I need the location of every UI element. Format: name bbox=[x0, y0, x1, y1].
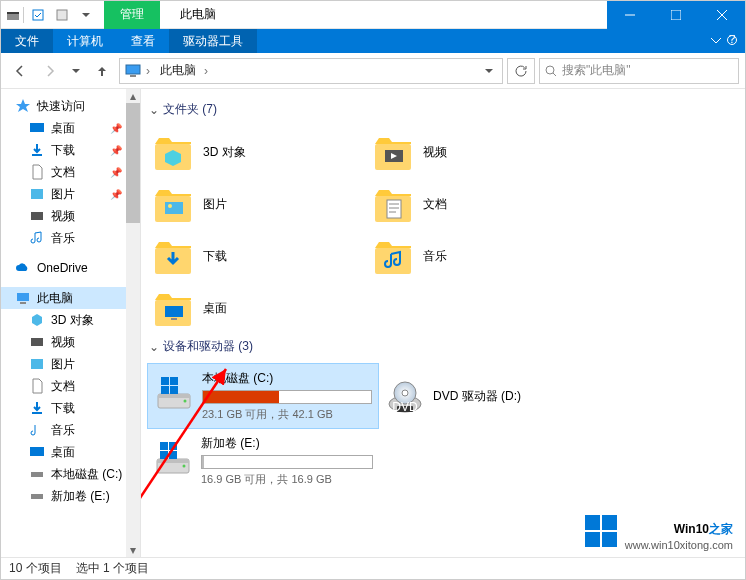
sidebar-quick-access[interactable]: 快速访问 bbox=[1, 95, 140, 117]
navigation-pane: 快速访问 桌面📌 下载📌 文档📌 图片📌 视频 音乐 OneDrive 此电脑 … bbox=[1, 89, 141, 557]
file-tab[interactable]: 文件 bbox=[1, 29, 53, 53]
drive-item[interactable]: DVDDVD 驱动器 (D:) bbox=[379, 363, 611, 429]
sidebar-item-music[interactable]: 音乐 bbox=[1, 419, 140, 441]
folder-item[interactable]: 文档 bbox=[367, 178, 587, 230]
sidebar-item-drive-e[interactable]: 新加卷 (E:) bbox=[1, 485, 140, 507]
back-button[interactable] bbox=[7, 58, 33, 84]
sidebar-item-label: 视频 bbox=[51, 208, 75, 225]
cloud-icon bbox=[15, 260, 31, 276]
drive-item[interactable]: 本地磁盘 (C:)23.1 GB 可用，共 42.1 GB bbox=[147, 363, 379, 429]
pin-icon: 📌 bbox=[110, 145, 122, 156]
folder-label: 视频 bbox=[423, 144, 447, 161]
svg-rect-31 bbox=[165, 306, 183, 317]
sidebar-item-pictures[interactable]: 图片📌 bbox=[1, 183, 140, 205]
desktop-icon bbox=[29, 444, 45, 460]
svg-rect-24 bbox=[165, 202, 183, 214]
sidebar-item-music[interactable]: 音乐 bbox=[1, 227, 140, 249]
chevron-right-icon[interactable]: › bbox=[146, 64, 150, 78]
qa-checkbox-icon[interactable] bbox=[26, 3, 50, 27]
folder-label: 桌面 bbox=[203, 300, 227, 317]
sidebar-scrollbar[interactable]: ▴ ▾ bbox=[126, 89, 140, 557]
sidebar-item-label: 下载 bbox=[51, 142, 75, 159]
sidebar-item-label: 音乐 bbox=[51, 422, 75, 439]
sidebar-this-pc[interactable]: 此电脑 bbox=[1, 287, 140, 309]
folder-item[interactable]: 视频 bbox=[367, 126, 587, 178]
svg-rect-7 bbox=[126, 65, 140, 74]
recent-dropdown[interactable] bbox=[67, 58, 85, 84]
svg-point-39 bbox=[184, 400, 187, 403]
svg-rect-12 bbox=[31, 212, 43, 220]
drive-usage-text: 23.1 GB 可用，共 42.1 GB bbox=[202, 407, 372, 422]
tab-view[interactable]: 查看 bbox=[117, 29, 169, 53]
sidebar-item-desktop[interactable]: 桌面 bbox=[1, 441, 140, 463]
svg-rect-46 bbox=[157, 459, 189, 463]
close-button[interactable] bbox=[699, 1, 745, 29]
folder-label: 图片 bbox=[203, 196, 227, 213]
tab-drive-tools[interactable]: 驱动器工具 bbox=[169, 29, 257, 53]
video-icon bbox=[29, 208, 45, 224]
help-icon[interactable]: ? bbox=[727, 34, 737, 48]
sidebar-item-videos[interactable]: 视频 bbox=[1, 205, 140, 227]
video-icon bbox=[29, 334, 45, 350]
ribbon-collapse-icon[interactable] bbox=[711, 34, 721, 48]
sidebar-item-label: 此电脑 bbox=[37, 290, 73, 307]
sidebar-item-downloads[interactable]: 下载 bbox=[1, 397, 140, 419]
address-bar[interactable]: › 此电脑 › bbox=[119, 58, 503, 84]
sidebar-item-documents[interactable]: 文档📌 bbox=[1, 161, 140, 183]
maximize-button[interactable] bbox=[653, 1, 699, 29]
folder-item[interactable]: 图片 bbox=[147, 178, 367, 230]
sidebar-item-pictures[interactable]: 图片 bbox=[1, 353, 140, 375]
qa-dropdown-icon[interactable] bbox=[74, 3, 98, 27]
svg-rect-18 bbox=[31, 472, 43, 477]
svg-rect-14 bbox=[20, 302, 26, 304]
sidebar-item-drive-c[interactable]: 本地磁盘 (C:) bbox=[1, 463, 140, 485]
sidebar-item-label: 视频 bbox=[51, 334, 75, 351]
refresh-button[interactable] bbox=[507, 58, 535, 84]
sidebar-item-label: 图片 bbox=[51, 186, 75, 203]
sidebar-item-3d[interactable]: 3D 对象 bbox=[1, 309, 140, 331]
chevron-down-icon: ⌄ bbox=[149, 103, 159, 117]
svg-point-25 bbox=[168, 204, 172, 208]
contextual-tab-manage[interactable]: 管理 bbox=[104, 1, 160, 29]
pin-icon: 📌 bbox=[110, 167, 122, 178]
drive-label: 新加卷 (E:) bbox=[201, 435, 373, 452]
sidebar-onedrive[interactable]: OneDrive bbox=[1, 257, 140, 279]
address-dropdown[interactable] bbox=[478, 67, 500, 75]
chevron-down-icon: ⌄ bbox=[149, 340, 159, 354]
svg-rect-47 bbox=[160, 451, 168, 459]
folder-item[interactable]: 下载 bbox=[147, 230, 367, 282]
sidebar-item-videos[interactable]: 视频 bbox=[1, 331, 140, 353]
drive-item[interactable]: 新加卷 (E:)16.9 GB 可用，共 16.9 GB bbox=[147, 429, 379, 493]
document-icon bbox=[29, 164, 45, 180]
folder-item[interactable]: 音乐 bbox=[367, 230, 587, 282]
sidebar-item-label: 3D 对象 bbox=[51, 312, 94, 329]
breadcrumb-this-pc[interactable]: 此电脑 bbox=[154, 62, 200, 79]
scrollbar-thumb[interactable] bbox=[126, 103, 140, 223]
tab-computer[interactable]: 计算机 bbox=[53, 29, 117, 53]
folder-item[interactable]: 桌面 bbox=[147, 282, 367, 334]
star-icon bbox=[15, 98, 31, 114]
chevron-right-icon[interactable]: › bbox=[204, 64, 208, 78]
sidebar-item-label: 文档 bbox=[51, 164, 75, 181]
svg-rect-37 bbox=[161, 377, 169, 385]
up-button[interactable] bbox=[89, 58, 115, 84]
sidebar-item-label: 快速访问 bbox=[37, 98, 85, 115]
sidebar-item-desktop[interactable]: 桌面📌 bbox=[1, 117, 140, 139]
search-input[interactable]: 搜索"此电脑" bbox=[539, 58, 739, 84]
group-header-folders[interactable]: ⌄ 文件夹 (7) bbox=[149, 101, 739, 118]
scroll-up-icon[interactable]: ▴ bbox=[126, 89, 140, 103]
drive-usage-bar bbox=[201, 455, 373, 469]
scroll-down-icon[interactable]: ▾ bbox=[126, 543, 140, 557]
drive-icon bbox=[29, 466, 45, 482]
sidebar-item-downloads[interactable]: 下载📌 bbox=[1, 139, 140, 161]
drive-usage-bar bbox=[202, 390, 372, 404]
qa-properties-icon[interactable] bbox=[50, 3, 74, 27]
navigation-bar: › 此电脑 › 搜索"此电脑" bbox=[1, 53, 745, 89]
music-icon bbox=[29, 230, 45, 246]
minimize-button[interactable] bbox=[607, 1, 653, 29]
drive-label: 本地磁盘 (C:) bbox=[202, 370, 372, 387]
group-header-drives[interactable]: ⌄ 设备和驱动器 (3) bbox=[149, 338, 739, 355]
sidebar-item-documents[interactable]: 文档 bbox=[1, 375, 140, 397]
folder-item[interactable]: 3D 对象 bbox=[147, 126, 367, 178]
forward-button[interactable] bbox=[37, 58, 63, 84]
